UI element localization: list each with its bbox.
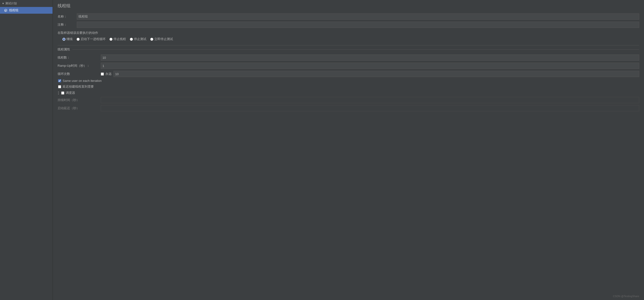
delay-create-label: 延迟创建线程直到需要 <box>62 84 94 89</box>
delay-create-checkbox[interactable] <box>58 85 61 88</box>
duration-input[interactable] <box>101 97 639 103</box>
forever-checkbox[interactable] <box>101 72 104 76</box>
ramp-up-input[interactable] <box>101 63 639 69</box>
startup-delay-row: 启动延迟（秒） <box>58 105 639 111</box>
forever-label: 永远 <box>105 72 112 76</box>
page-title: 线程组 <box>53 0 644 11</box>
form-area: 名称： 注释： 在取样器错误后要执行的动作 继续 启动下一进程循环 停止线程 <box>53 11 644 116</box>
same-user-label: Same user on each iteration <box>62 79 102 82</box>
ramp-up-row: Ramp-Up时间（秒）： <box>58 63 639 69</box>
loop-label: 循环次数 <box>58 72 101 76</box>
radio-continue-input[interactable] <box>62 38 66 41</box>
comment-label: 注释： <box>58 22 77 27</box>
error-action-label: 在取样器错误后要执行的动作 <box>58 30 639 35</box>
arrow-icon: ▼ <box>2 2 4 5</box>
thread-props-title: 线程属性 <box>58 47 70 52</box>
same-user-checkbox[interactable] <box>58 79 61 82</box>
duration-label: 持续时间（秒） <box>58 98 101 102</box>
radio-stop-now-label: 立即停止测试 <box>154 37 173 41</box>
sidebar-header-label: 测试计划 <box>5 2 17 6</box>
forever-group: 永远 <box>101 72 112 76</box>
ramp-up-label: Ramp-Up时间（秒）： <box>58 64 101 68</box>
radio-group: 继续 启动下一进程循环 停止线程 停止测试 立即停止测试 <box>58 37 639 41</box>
radio-start-next-input[interactable] <box>76 38 80 41</box>
radio-stop-test-input[interactable] <box>130 38 133 41</box>
loop-count-row: 循环次数 永远 <box>58 71 639 77</box>
sidebar-item-thread-group-label: 线程组 <box>9 8 18 12</box>
thread-props-section: 线程属性 线程数： Ramp-Up时间（秒）： 循环次数 永远 <box>58 45 639 113</box>
drag-handle[interactable] <box>58 92 59 94</box>
radio-continue-label: 继续 <box>66 37 73 41</box>
comment-input[interactable] <box>77 22 639 28</box>
same-user-row: Same user on each iteration <box>58 79 639 82</box>
num-threads-label: 线程数： <box>58 56 101 60</box>
comment-row: 注释： <box>58 22 639 28</box>
sidebar-item-thread-group[interactable]: 线程组 <box>0 7 52 14</box>
radio-stop-test-label: 停止测试 <box>134 37 146 41</box>
radio-continue[interactable]: 继续 <box>62 37 73 41</box>
radio-stop-now-input[interactable] <box>150 38 153 41</box>
name-label: 名称： <box>58 14 77 19</box>
watermark: CSDN @TestingShare <box>613 295 639 298</box>
radio-stop-thread-label: 停止线程 <box>114 37 126 41</box>
radio-stop-thread[interactable]: 停止线程 <box>110 37 126 41</box>
radio-start-next[interactable]: 启动下一进程循环 <box>76 37 106 41</box>
scheduler-checkbox[interactable] <box>61 92 64 94</box>
radio-stop-test[interactable]: 停止测试 <box>130 37 146 41</box>
main-content: 线程组 名称： 注释： 在取样器错误后要执行的动作 继续 启动下一进程循环 <box>53 0 644 300</box>
num-threads-input[interactable] <box>101 54 639 61</box>
radio-stop-thread-input[interactable] <box>110 38 112 41</box>
startup-delay-input[interactable] <box>101 105 639 111</box>
num-threads-row: 线程数： <box>58 54 639 61</box>
sidebar: ▼ 测试计划 线程组 <box>0 0 53 300</box>
gear-icon <box>4 8 8 12</box>
sidebar-header[interactable]: ▼ 测试计划 <box>0 0 52 7</box>
delay-create-row: 延迟创建线程直到需要 <box>58 84 639 89</box>
name-input[interactable] <box>77 14 639 20</box>
duration-row: 持续时间（秒） <box>58 97 639 103</box>
scheduler-label: 调度器 <box>66 91 75 95</box>
radio-start-next-label: 启动下一进程循环 <box>80 37 106 41</box>
loop-count-input[interactable] <box>114 71 639 77</box>
name-row: 名称： <box>58 14 639 20</box>
startup-delay-label: 启动延迟（秒） <box>58 106 101 110</box>
radio-stop-now[interactable]: 立即停止测试 <box>150 37 173 41</box>
